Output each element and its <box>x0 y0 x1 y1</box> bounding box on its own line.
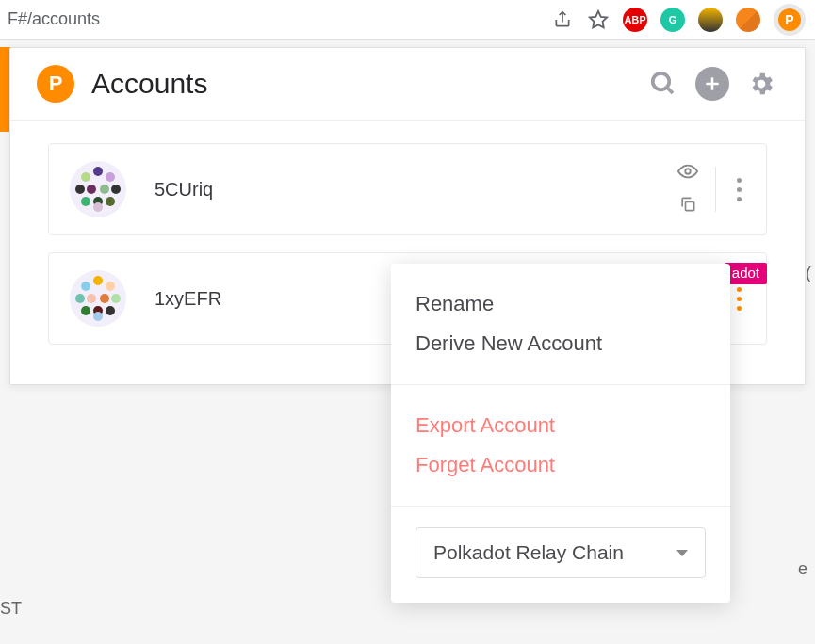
popup-header: P Accounts <box>10 48 805 121</box>
account-name: 1xyEFR <box>155 288 221 310</box>
add-account-button[interactable] <box>695 67 729 101</box>
chain-select-label: Polkadot Relay Chain <box>433 541 624 564</box>
menu-divider <box>391 506 730 507</box>
bg-text-fragment: ST <box>0 599 22 619</box>
svg-point-5 <box>685 169 691 174</box>
url-fragment[interactable]: F#/accounts <box>8 9 551 29</box>
browser-toolbar: F#/accounts ABP G P <box>0 0 815 40</box>
extension-adblock-icon[interactable]: ABP <box>623 8 647 32</box>
visibility-icon[interactable] <box>677 161 698 185</box>
network-badge: adot <box>725 263 767 284</box>
page-title: Accounts <box>91 68 646 100</box>
extension-metamask-icon[interactable] <box>736 8 760 32</box>
chain-select[interactable]: Polkadot Relay Chain <box>416 527 706 578</box>
svg-marker-0 <box>590 10 607 26</box>
extension-polkadot-icon[interactable]: P <box>774 4 806 36</box>
polkadot-logo-icon: P <box>37 65 74 103</box>
settings-button[interactable] <box>744 67 778 101</box>
svg-rect-6 <box>686 202 694 211</box>
account-name: 5CUriq <box>155 179 213 201</box>
menu-export[interactable]: Export Account <box>416 406 706 445</box>
extension-bee-icon[interactable] <box>698 8 723 32</box>
svg-line-2 <box>667 88 673 93</box>
account-more-button[interactable] <box>733 283 745 314</box>
menu-derive[interactable]: Derive New Account <box>416 324 706 363</box>
identicon <box>70 270 126 327</box>
svg-point-1 <box>653 73 670 90</box>
share-icon[interactable] <box>551 8 574 31</box>
copy-icon[interactable] <box>678 195 697 217</box>
account-card[interactable]: 5CUriq <box>48 143 767 235</box>
account-context-menu: Rename Derive New Account Export Account… <box>391 264 730 603</box>
extension-grammarly-icon[interactable]: G <box>660 8 685 32</box>
bookmark-star-icon[interactable] <box>587 8 610 31</box>
account-more-button[interactable] <box>733 174 745 205</box>
identicon <box>70 161 126 217</box>
menu-forget[interactable]: Forget Account <box>416 445 706 485</box>
search-button[interactable] <box>646 67 680 101</box>
bg-text-fragment: e <box>798 559 807 579</box>
chevron-down-icon <box>676 550 688 556</box>
menu-rename[interactable]: Rename <box>416 284 706 324</box>
